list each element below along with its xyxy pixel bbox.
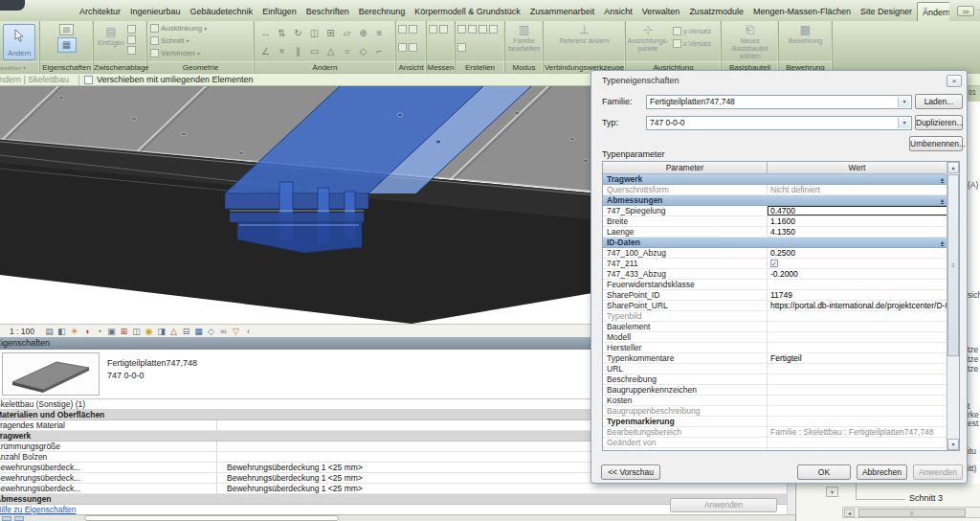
design-options-status-icon[interactable]: [14, 516, 24, 521]
modify-button[interactable]: Ändern: [3, 24, 35, 60]
create-parts-icon[interactable]: [489, 25, 498, 34]
parameter-value[interactable]: 1.1600: [768, 216, 947, 226]
parameter-value[interactable]: [768, 364, 947, 374]
paint-icon[interactable]: ○: [344, 46, 349, 57]
parameter-value[interactable]: [768, 417, 947, 426]
parameter-value[interactable]: [768, 448, 947, 450]
view-tool-icon[interactable]: [398, 43, 407, 52]
reveal-hidden-icon[interactable]: ◉: [143, 326, 155, 337]
ribbon-group-label[interactable]: Messen: [427, 61, 455, 73]
tab-gebäudetechnik[interactable]: Gebäudetechnik: [186, 2, 258, 21]
collapse-section-icon[interactable]: ▴: [941, 176, 944, 183]
array-icon[interactable]: ⊞: [326, 28, 334, 38]
status-bar-field[interactable]: [84, 515, 339, 521]
chevron-down-icon[interactable]: ▾: [898, 97, 910, 107]
parameter-value[interactable]: 0.4700: [768, 206, 947, 215]
temporary-view-properties-icon[interactable]: ◨: [155, 326, 167, 337]
show-crop-icon[interactable]: ⊞: [118, 326, 130, 337]
render-icon[interactable]: ◔: [93, 326, 105, 337]
tab-verwalten[interactable]: Verwalten: [637, 2, 685, 21]
table-scrollbar[interactable]: ▴ ≡ ▾: [947, 162, 959, 450]
pin-icon[interactable]: ⊕: [359, 28, 367, 38]
type-properties-icon[interactable]: ▤: [59, 24, 74, 35]
view-tool-icon[interactable]: [398, 25, 407, 34]
cut-geometry-button[interactable]: Schnitt▾: [147, 34, 254, 47]
close-icon[interactable]: ×: [947, 75, 962, 87]
scale-icon[interactable]: ▱: [344, 28, 351, 38]
parameter-value[interactable]: Familie : Skelettbau : Fertigteilplatten…: [768, 427, 947, 437]
scroll-down-icon[interactable]: ▾: [947, 439, 959, 450]
column-header-wert[interactable]: Wert: [768, 162, 947, 174]
move-icon[interactable]: ↔: [261, 28, 271, 38]
section-row[interactable]: Abmessungen▴: [603, 195, 947, 206]
parameter-value[interactable]: ✓: [768, 259, 947, 268]
dimension-icon[interactable]: [439, 25, 448, 34]
tab-ingenieurbau[interactable]: Ingenieurbau: [125, 2, 186, 21]
chevron-down-icon[interactable]: ▾: [898, 118, 910, 128]
constraints-icon[interactable]: ⊟: [180, 326, 192, 337]
ribbon-group-label[interactable]: Eigenschaften: [40, 61, 93, 73]
y-offset-button[interactable]: y-Versatz: [670, 26, 711, 36]
unjoin-icon[interactable]: ⌐: [377, 46, 383, 57]
ribbon-collapse-button[interactable]: ▭: [957, 6, 974, 16]
cope-button[interactable]: Ausklinkung▾: [147, 22, 254, 34]
tab-architektur[interactable]: Architektur: [75, 2, 125, 21]
scroll-up-icon[interactable]: ▴: [947, 162, 959, 173]
parameter-value[interactable]: [768, 406, 947, 416]
visual-style-icon[interactable]: ◧: [56, 326, 68, 337]
tab-site-designer[interactable]: Site Designer: [856, 2, 917, 21]
ribbon-group-label[interactable]: Ansicht: [396, 61, 426, 73]
family-select[interactable]: Fertigteilplatten747,748 ▾: [646, 95, 912, 109]
tab-mengen-massen-flächen[interactable]: Mengen-Massen-Flächen: [748, 2, 856, 21]
mirror-icon[interactable]: ◫: [310, 28, 319, 38]
collapse-section-icon[interactable]: ▴: [941, 239, 944, 246]
crop-region-icon[interactable]: ▣: [105, 326, 118, 337]
tab-körpermodell-grundstück[interactable]: Körpermodell & Grundstück: [410, 2, 525, 21]
section-row[interactable]: ID-Daten▴: [603, 238, 947, 248]
view-tool-icon[interactable]: [409, 25, 417, 34]
palette-apply-button[interactable]: Anwenden: [670, 498, 777, 512]
detail-level-icon[interactable]: ▤: [43, 326, 56, 337]
column-header-parameter[interactable]: Parameter: [603, 162, 768, 174]
scrollbar-thumb[interactable]: ≡: [947, 174, 959, 356]
ribbon-group-label[interactable]: Geometrie: [147, 61, 254, 73]
parameter-value[interactable]: Fertigteil: [768, 353, 947, 363]
parameter-value[interactable]: Nicht definiert: [768, 185, 947, 194]
alignment-points-button[interactable]: ⊹ Ausrichtungs- punkte: [626, 22, 670, 61]
checkbox-checked-icon[interactable]: ✓: [770, 260, 778, 267]
ribbon-group-label[interactable]: Erstellen: [456, 61, 504, 73]
parameter-value[interactable]: 4.1350: [768, 227, 947, 237]
parameter-value[interactable]: [768, 396, 947, 405]
browser-item-schnitt-3[interactable]: Schnitt 3: [909, 493, 943, 503]
cancel-button[interactable]: Abbrechen: [857, 464, 907, 480]
view-tool-icon[interactable]: [409, 43, 417, 52]
apply-button[interactable]: Anwenden: [913, 464, 963, 480]
cut-icon[interactable]: [127, 35, 136, 44]
ribbon-group-label[interactable]: Ändern: [255, 61, 395, 73]
split-icon[interactable]: ∠: [261, 46, 270, 57]
create-similar-icon[interactable]: [468, 25, 477, 34]
parameter-value[interactable]: https://portal.db-international.de/proje…: [768, 301, 947, 310]
parameter-value[interactable]: [768, 385, 947, 395]
scroll-left-icon[interactable]: ◂: [844, 509, 855, 517]
filter-icon[interactable]: ▽: [230, 326, 242, 337]
paste-button[interactable]: ▤ Einfügen: [98, 24, 124, 61]
scrollbar-thumb[interactable]: ≡: [858, 509, 966, 517]
parameter-value[interactable]: [768, 374, 947, 384]
rotate-icon[interactable]: ↻: [294, 28, 301, 38]
properties-palette-icon[interactable]: ▦: [57, 37, 77, 53]
delete-icon[interactable]: ×: [279, 46, 285, 57]
section-row[interactable]: Tragwerk▴: [603, 174, 947, 185]
parameter-value[interactable]: [768, 311, 947, 321]
create-assembly-icon[interactable]: [479, 25, 487, 34]
tab-ansicht[interactable]: Ansicht: [599, 2, 637, 21]
properties-help-link[interactable]: Hilfe zu Eigenschaften: [0, 505, 77, 514]
create-view-icon[interactable]: [457, 43, 466, 52]
join-geometry-button[interactable]: Verbinden▾: [147, 47, 254, 59]
tab-zusatzmodule[interactable]: Zusatzmodule: [684, 2, 748, 21]
ribbon-group-label[interactable]: Auswählen: [0, 61, 39, 73]
sun-path-icon[interactable]: ☀: [68, 326, 80, 337]
parameter-value[interactable]: [768, 343, 947, 352]
parameter-value[interactable]: -0.2000: [768, 269, 947, 279]
parameter-value[interactable]: [768, 332, 947, 342]
